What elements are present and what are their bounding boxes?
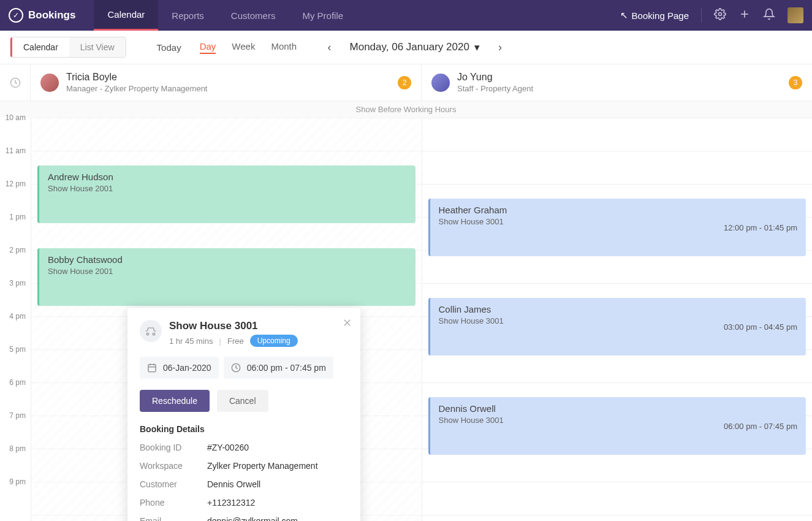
staff-role: Manager - Zylker Property Management xyxy=(66,84,207,93)
time-label: 10 am xyxy=(0,113,31,146)
range-toggle: Day Week Month xyxy=(200,41,297,54)
time-column: 10 am 11 am 12 pm 1 pm 2 pm 3 pm 4 pm 5 … xyxy=(0,118,31,521)
time-label: 5 pm xyxy=(0,345,31,378)
plus-icon[interactable] xyxy=(738,8,751,23)
time-label: 6 pm xyxy=(0,378,31,411)
detail-label: Customer xyxy=(140,479,207,489)
time-gutter-head xyxy=(0,64,31,101)
svg-point-0 xyxy=(719,13,722,16)
workspace-value: Zylker Property Management xyxy=(207,461,318,471)
chevron-down-icon: ▾ xyxy=(474,41,480,54)
logo-icon: ✓ xyxy=(9,8,23,23)
staff-avatar xyxy=(40,74,59,92)
staff-header-row: Tricia Boyle Manager - Zylker Property M… xyxy=(0,64,812,101)
detail-label: Booking ID xyxy=(140,443,207,452)
booking-count-badge: 2 xyxy=(398,76,411,89)
popup-subtitle: 1 hr 45 mins | Free Upcoming xyxy=(169,335,298,347)
time-label: 4 pm xyxy=(0,312,31,345)
tab-calendar[interactable]: Calendar xyxy=(94,0,158,31)
booking-page-link[interactable]: ↖ Booking Page xyxy=(620,10,689,21)
tab-reports[interactable]: Reports xyxy=(158,0,218,31)
staff-column-jo[interactable]: Jo Yung Staff - Property Agent 3 xyxy=(422,64,812,101)
phone-value: +112312312 xyxy=(207,498,255,508)
event-customer: Collin James xyxy=(439,304,798,314)
range-week-button[interactable]: Week xyxy=(232,41,255,54)
show-before-hours-link[interactable]: Show Before Working Hours xyxy=(0,101,812,118)
time-label: 12 pm xyxy=(0,180,31,213)
top-navbar: ✓ Bookings Calendar Reports Customers My… xyxy=(0,0,812,31)
staff-role: Staff - Property Agent xyxy=(457,84,533,93)
event-time: 06:00 pm - 07:45 pm xyxy=(724,422,797,431)
time-label: 3 pm xyxy=(0,279,31,312)
booking-details-heading: Booking Details xyxy=(140,424,348,434)
cursor-icon: ↖ xyxy=(620,10,628,21)
close-icon[interactable]: ✕ xyxy=(343,316,352,330)
event-customer: Bobby Chatswood xyxy=(48,254,407,265)
current-date[interactable]: Monday, 06 January 2020 ▾ xyxy=(350,41,480,54)
view-toggle: Calendar List View xyxy=(10,37,126,58)
event-bobby-chatswood[interactable]: Bobby Chatswood Show House 2001 xyxy=(37,248,415,306)
tab-my-profile[interactable]: My Profile xyxy=(289,0,357,31)
popup-time: 06:00 pm - 07:45 pm xyxy=(224,357,333,379)
app-logo: ✓ Bookings xyxy=(9,8,75,23)
staff-name: Tricia Boyle xyxy=(66,72,207,83)
event-andrew-hudson[interactable]: Andrew Hudson Show House 2001 xyxy=(37,165,415,223)
divider xyxy=(701,8,702,23)
status-badge: Upcoming xyxy=(250,335,298,347)
view-list-button[interactable]: List View xyxy=(69,37,126,57)
prev-day-button[interactable]: ‹ xyxy=(328,41,332,54)
app-name: Bookings xyxy=(28,9,75,21)
email-value: dennis@zylkermail.com xyxy=(207,516,298,521)
event-heather-graham[interactable]: Heather Graham Show House 3001 12:00 pm … xyxy=(428,199,806,256)
event-time: 12:00 pm - 01:45 pm xyxy=(724,223,797,232)
user-avatar[interactable] xyxy=(787,7,803,23)
calendar-toolbar: Calendar List View Today Day Week Month … xyxy=(0,31,812,64)
booking-detail-popup: ✕ Show House 3001 1 hr 45 mins | Free Up… xyxy=(127,308,360,521)
event-collin-james[interactable]: Collin James Show House 3001 03:00 pm - … xyxy=(428,298,806,356)
event-service: Show House 2001 xyxy=(48,184,407,193)
booking-id-value: #ZY-00260 xyxy=(207,443,249,452)
time-label: 11 am xyxy=(0,146,31,180)
time-label: 8 pm xyxy=(0,444,31,477)
event-customer: Andrew Hudson xyxy=(48,172,407,182)
svg-rect-6 xyxy=(148,365,156,372)
view-calendar-button[interactable]: Calendar xyxy=(10,37,69,57)
calendar-icon xyxy=(147,363,157,373)
reschedule-button[interactable]: Reschedule xyxy=(140,390,210,412)
svg-point-4 xyxy=(146,333,148,335)
event-customer: Dennis Orwell xyxy=(439,403,798,414)
staff-avatar xyxy=(431,74,450,92)
event-service: Show House 2001 xyxy=(48,267,407,276)
tab-customers[interactable]: Customers xyxy=(218,0,289,31)
time-label: 2 pm xyxy=(0,246,31,279)
bell-icon[interactable] xyxy=(763,8,775,23)
event-customer: Heather Graham xyxy=(439,205,798,215)
next-day-button[interactable]: › xyxy=(498,41,502,54)
range-day-button[interactable]: Day xyxy=(200,41,216,54)
service-icon xyxy=(140,320,162,342)
range-month-button[interactable]: Month xyxy=(271,41,297,54)
time-label: 9 pm xyxy=(0,477,31,511)
gear-icon[interactable] xyxy=(714,8,726,23)
calendar-col-jo[interactable]: Heather Graham Show House 3001 12:00 pm … xyxy=(422,118,813,521)
event-dennis-orwell[interactable]: Dennis Orwell Show House 3001 06:00 pm -… xyxy=(428,397,806,455)
popup-date: 06-Jan-2020 xyxy=(140,357,219,379)
date-navigator: ‹ Monday, 06 January 2020 ▾ › xyxy=(328,41,502,54)
booking-count-badge: 3 xyxy=(789,76,802,89)
calendar-body: 10 am 11 am 12 pm 1 pm 2 pm 3 pm 4 pm 5 … xyxy=(0,118,812,521)
popup-title: Show House 3001 xyxy=(169,320,298,332)
clock-icon xyxy=(10,77,21,88)
time-label: 1 pm xyxy=(0,213,31,246)
today-button[interactable]: Today xyxy=(157,42,181,53)
time-label: 7 pm xyxy=(0,411,31,444)
detail-label: Workspace xyxy=(140,461,207,471)
detail-label: Phone xyxy=(140,498,207,508)
staff-name: Jo Yung xyxy=(457,72,533,83)
cancel-button[interactable]: Cancel xyxy=(217,390,268,412)
staff-column-tricia[interactable]: Tricia Boyle Manager - Zylker Property M… xyxy=(31,64,422,101)
svg-point-5 xyxy=(153,333,154,335)
detail-label: Email xyxy=(140,516,207,521)
clock-icon xyxy=(231,363,241,373)
top-tabs: Calendar Reports Customers My Profile xyxy=(94,0,357,31)
event-time: 03:00 pm - 04:45 pm xyxy=(724,322,797,332)
